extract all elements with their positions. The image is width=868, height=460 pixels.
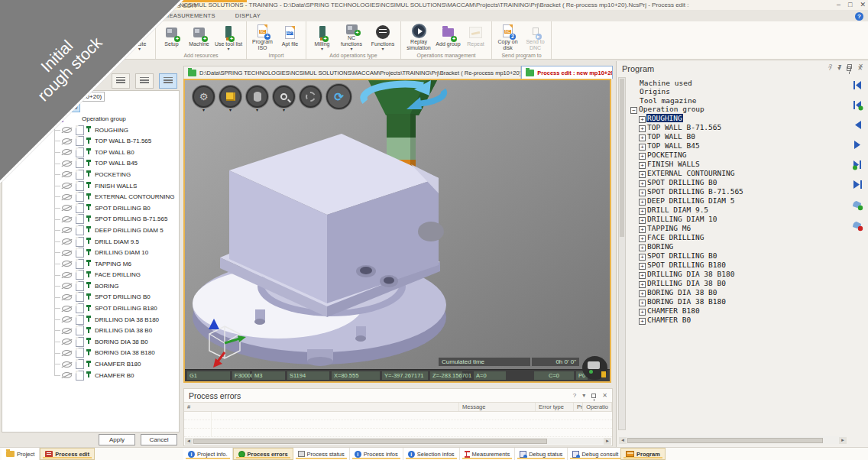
expand-icon[interactable]	[639, 171, 646, 178]
visibility-off-icon[interactable]	[62, 227, 72, 233]
tree-operation-item[interactable]: FACE DRILLING	[2, 270, 179, 281]
process-errors-help-icon[interactable]: ?	[573, 392, 576, 399]
zoom-button[interactable]: ▾	[273, 86, 295, 108]
column-header[interactable]: Process	[574, 403, 583, 411]
status-tab[interactable]: Process status	[293, 448, 350, 460]
document-tab[interactable]: D:\Data\SPRING TECHNOLOGIES\NCSIMUL SOLU…	[183, 66, 521, 79]
left-panel-help-icon[interactable]: ?	[829, 63, 832, 70]
functions-button[interactable]: Functions▾	[368, 23, 398, 51]
expand-icon[interactable]	[639, 180, 646, 187]
tree-operation-item[interactable]: SPOT DRILLING B0	[2, 292, 179, 303]
visibility-off-icon[interactable]	[62, 283, 72, 289]
status-tab[interactable]: i Project info.	[183, 448, 233, 460]
program-operation-item[interactable]: EXTERNAL CONTOURNING	[628, 169, 847, 178]
program-item[interactable]: Machine used	[628, 79, 847, 87]
tab-process-edit[interactable]: Process edit	[40, 448, 95, 460]
visibility-off-icon[interactable]	[62, 171, 72, 177]
scroll-right-icon[interactable]: ►	[604, 438, 611, 445]
program-operation-item[interactable]: BORING	[628, 242, 847, 251]
program-operation-item[interactable]: SPOT DRILLING B180	[628, 261, 847, 270]
step-to-next-tool-button[interactable]	[852, 159, 863, 170]
visibility-off-icon[interactable]	[62, 350, 72, 356]
tree-operation-item[interactable]: BORING DIA 38 B0	[2, 336, 179, 348]
program-operation-item[interactable]: FACE DRILLING	[628, 233, 847, 242]
ribbon-tab[interactable]: DISPLAY	[225, 10, 270, 21]
column-header[interactable]: Message	[459, 403, 536, 411]
expand-icon[interactable]	[639, 162, 646, 169]
visibility-off-icon[interactable]	[62, 127, 72, 133]
cancel-button[interactable]: Cancel	[141, 434, 177, 445]
status-tab[interactable]: Debug consult	[568, 448, 623, 460]
nc-functions-button[interactable]: + NC functions▾	[336, 23, 367, 51]
stock-display-button[interactable]: ▾	[219, 86, 241, 108]
view-mode-button-3[interactable]	[159, 73, 177, 89]
visibility-off-icon[interactable]	[62, 306, 72, 312]
program-operation-item[interactable]: CHAMFER B0	[628, 316, 847, 325]
refresh-view-button[interactable]: ⟳	[326, 84, 351, 109]
apt-file-button[interactable]: APT Apt file	[277, 23, 303, 51]
expand-icon[interactable]	[639, 309, 646, 316]
expand-icon[interactable]	[639, 245, 646, 251]
play-forward-button[interactable]	[852, 139, 863, 151]
collapse-icon[interactable]	[630, 107, 637, 114]
scrollbar-thumb[interactable]	[620, 79, 624, 237]
expand-icon[interactable]	[639, 134, 646, 141]
tree-operation-item[interactable]: SPOT DRILLING B-71.565	[2, 214, 179, 225]
program-operation-item[interactable]: SPOT DRILLING B0	[628, 178, 847, 187]
program-operation-item[interactable]: TOP WALL B0	[628, 132, 847, 141]
tab-project[interactable]: Project	[2, 448, 40, 460]
program-item[interactable]: Origins	[628, 87, 847, 96]
expand-icon[interactable]	[639, 272, 646, 279]
program-operation-item[interactable]: POCKETING	[628, 151, 847, 160]
scrollbar-thumb[interactable]	[627, 438, 823, 443]
machine-mode-badge[interactable]	[582, 356, 607, 380]
setup-button[interactable]: + Setup	[158, 23, 185, 51]
program-operation-group[interactable]: Operation group	[628, 105, 847, 114]
visibility-off-icon[interactable]	[62, 361, 72, 368]
maximize-button[interactable]: □	[848, 1, 852, 8]
expand-icon[interactable]	[639, 144, 646, 151]
add-stock-state-button[interactable]	[851, 199, 863, 211]
status-tab[interactable]: Debug status	[515, 448, 568, 460]
tree-operation-item[interactable]: DRILL DIAM 9.5	[2, 236, 179, 248]
visibility-off-icon[interactable]	[62, 216, 72, 222]
tree-operation-item[interactable]: CHAMFER B180	[2, 358, 179, 370]
tab-program[interactable]: Program	[620, 448, 666, 460]
copy-on-disk-button[interactable]: NC2 Copy on disk	[494, 23, 521, 51]
visibility-off-icon[interactable]	[62, 316, 72, 322]
program-operation-item[interactable]: TOP WALL B45	[628, 141, 847, 151]
expand-icon[interactable]	[639, 208, 646, 215]
visibility-off-icon[interactable]	[62, 261, 72, 267]
program-hscrollbar[interactable]: ◄ ►	[619, 436, 847, 444]
program-operation-item[interactable]: DRILLING DIA 38 B180	[628, 270, 847, 279]
program-operation-item[interactable]: DRILLING DIA 38 B0	[628, 279, 847, 288]
program-operation-item[interactable]: CHAMFER B180	[628, 306, 847, 316]
expand-icon[interactable]	[639, 116, 646, 123]
program-operation-item[interactable]: BORING DIA 38 B0	[628, 288, 847, 297]
visibility-off-icon[interactable]	[62, 294, 72, 300]
program-operation-item[interactable]: DEEP DRILLING DIAM 5	[628, 196, 847, 206]
tree-operation-item[interactable]: TAPPING M6	[2, 258, 179, 270]
scroll-right-icon[interactable]: ►	[839, 437, 847, 444]
left-panel-menu-icon[interactable]: ▾	[838, 63, 841, 70]
tree-operation-item[interactable]: FINISH WALLS	[2, 180, 179, 192]
expand-icon[interactable]	[639, 300, 646, 306]
restart-block-button[interactable]	[852, 99, 863, 111]
program-operation-item[interactable]: SPOT DRILLING B0	[628, 251, 847, 261]
process-errors-hscrollbar[interactable]: ◄ ►	[185, 438, 611, 445]
expand-icon[interactable]	[639, 125, 646, 132]
scrollbar-thumb[interactable]	[193, 439, 547, 444]
process-errors-close-icon[interactable]: ✕	[602, 392, 607, 399]
status-tab[interactable]: Measurements	[460, 448, 516, 460]
program-operation-item[interactable]: FINISH WALLS	[628, 160, 847, 169]
program-operation-item[interactable]: DRILL DIAM 9.5	[628, 206, 847, 215]
visibility-off-icon[interactable]	[62, 138, 72, 144]
selection-button[interactable]	[300, 86, 322, 108]
visibility-off-icon[interactable]	[62, 160, 72, 167]
minimize-button[interactable]: –	[837, 1, 840, 8]
program-operation-item[interactable]: SPOT DRILLING B-71.565	[628, 187, 847, 196]
expand-icon[interactable]	[639, 263, 646, 270]
expand-icon[interactable]	[639, 190, 646, 196]
visibility-off-icon[interactable]	[62, 372, 72, 378]
column-header[interactable]: Error type	[536, 403, 574, 411]
